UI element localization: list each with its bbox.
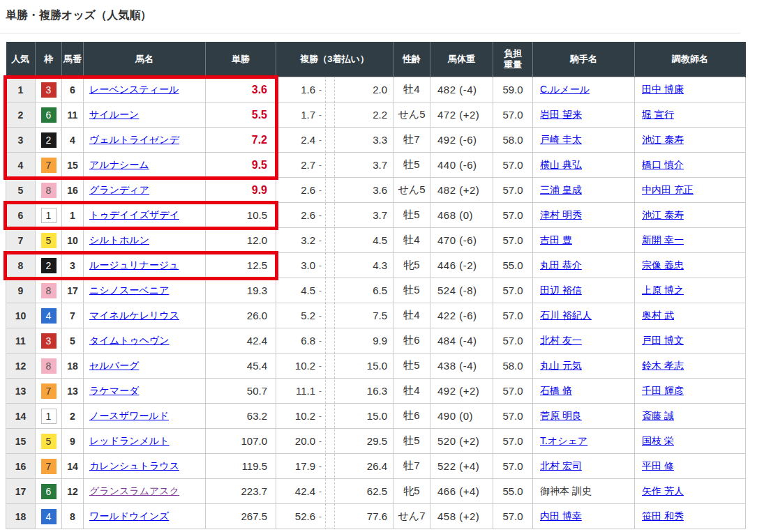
bracket-number-badge: 7: [41, 459, 57, 474]
header-horse-number: 馬番: [62, 42, 84, 77]
jockey-link[interactable]: 戸崎 圭太: [540, 134, 582, 145]
horse-name-link[interactable]: レッドランメルト: [89, 435, 170, 446]
horse-name-link[interactable]: タイムトゥヘヴン: [89, 335, 170, 346]
header-place-odds: 複勝（3着払い）: [276, 42, 394, 77]
table-row: 18 4 8 ワールドウインズ 267.5 52.6 - 77.6 せん7 45…: [6, 504, 746, 529]
jockey-link[interactable]: 吉田 豊: [540, 234, 572, 245]
header-sex-age: 性齢: [394, 42, 430, 77]
bracket-cell: 6: [36, 479, 62, 504]
trainer-link[interactable]: 戸田 博文: [642, 335, 684, 346]
bracket-cell: 1: [36, 404, 62, 429]
place-odds-low: 5.2: [276, 310, 315, 321]
bracket-cell: 7: [36, 379, 62, 404]
horse-name-cell: セルバーグ: [84, 354, 206, 379]
jockey-link[interactable]: 岩田 望来: [540, 109, 582, 120]
dotted-separator: [325, 278, 335, 303]
trainer-link[interactable]: 中内田 充正: [642, 184, 694, 195]
win-odds: 12.5: [206, 253, 276, 278]
horse-name-cell: レーベンスティール: [84, 77, 206, 102]
sex-age: 牡6: [394, 404, 430, 429]
trainer-link[interactable]: 上原 博之: [642, 284, 684, 296]
popularity-rank: 5: [6, 178, 36, 203]
sex-age: 牡5: [394, 354, 430, 379]
trainer-cell: 池江 泰寿: [635, 128, 746, 153]
horse-name-link[interactable]: ルージュリナージュ: [89, 259, 179, 271]
trainer-link[interactable]: 千田 輝彦: [642, 385, 684, 396]
jockey-link[interactable]: 丸田 恭介: [540, 259, 582, 271]
horse-name-link[interactable]: シルトホルン: [89, 234, 149, 245]
horse-name-link[interactable]: ニシノスーベニア: [89, 284, 169, 296]
jockey-link[interactable]: 石橋 脩: [540, 385, 572, 396]
carried-weight: 57.0: [493, 404, 533, 429]
bracket-cell: 1: [36, 203, 62, 228]
horse-name-link[interactable]: ワールドウインズ: [89, 510, 169, 522]
place-odds-low: 10.2: [276, 410, 315, 422]
place-odds-low: 17.9: [276, 460, 315, 472]
jockey-link[interactable]: 石川 裕紀人: [540, 310, 592, 321]
trainer-link[interactable]: 平田 修: [642, 460, 674, 471]
trainer-link[interactable]: 橋口 慎介: [642, 159, 684, 170]
place-odds-high: 15.0: [335, 360, 393, 372]
horse-name-cell: シルトホルン: [84, 228, 206, 253]
trainer-link[interactable]: 笹田 和秀: [642, 510, 684, 522]
horse-name-link[interactable]: トゥデイイズザデイ: [89, 209, 179, 220]
odds-range-dash: -: [315, 486, 325, 496]
jockey-link[interactable]: 北村 宏司: [540, 460, 582, 471]
win-odds: 9.5: [206, 153, 276, 178]
popularity-rank: 15: [6, 429, 36, 454]
horse-weight: 446 (-2): [430, 253, 493, 278]
trainer-link[interactable]: 矢作 芳人: [642, 485, 684, 496]
trainer-link[interactable]: 池江 泰寿: [642, 134, 684, 145]
horse-number: 12: [62, 479, 84, 504]
popularity-rank: 3: [6, 128, 36, 153]
win-odds: 42.4: [206, 328, 276, 354]
trainer-link[interactable]: 宗像 義忠: [642, 259, 684, 271]
dotted-separator: [325, 429, 335, 453]
horse-name-link[interactable]: グランディア: [89, 184, 149, 195]
popularity-rank: 17: [6, 479, 36, 504]
trainer-link[interactable]: 鈴木 孝志: [642, 360, 684, 371]
horse-name-link[interactable]: レーベンスティール: [89, 84, 179, 95]
trainer-link[interactable]: 斎藤 誠: [642, 410, 674, 421]
jockey-link[interactable]: 内田 博幸: [540, 510, 582, 522]
horse-name-link[interactable]: マイネルケレリウス: [89, 310, 179, 321]
odds-page: 単勝・複勝オッズ（人気順） 人気 枠 馬番 馬名 単勝 複勝（3着払い） 性齢 …: [0, 0, 757, 532]
horse-name-link[interactable]: アルナシーム: [89, 159, 149, 170]
trainer-link[interactable]: 新開 幸一: [642, 234, 684, 245]
jockey-link[interactable]: 田辺 裕信: [540, 284, 582, 296]
trainer-link[interactable]: 田中 博康: [642, 84, 684, 95]
trainer-link[interactable]: 国枝 栄: [642, 435, 674, 446]
trainer-cell: 斎藤 誠: [635, 404, 746, 429]
horse-name-link[interactable]: カレンシュトラウス: [89, 460, 179, 471]
horse-name-link[interactable]: ラケマーダ: [89, 385, 139, 396]
jockey-link[interactable]: 横山 典弘: [540, 159, 582, 170]
jockey-link[interactable]: 丸山 元気: [540, 360, 582, 371]
trainer-link[interactable]: 奥村 武: [642, 310, 674, 321]
horse-number: 14: [62, 454, 84, 479]
horse-name-link[interactable]: ノースザワールド: [89, 410, 169, 421]
horse-name-link[interactable]: グランスラムアスク: [89, 485, 179, 496]
jockey-link[interactable]: 三浦 皇成: [540, 184, 582, 195]
dotted-separator: [325, 178, 335, 202]
trainer-cell: 田中 博康: [635, 77, 746, 102]
horse-name-link[interactable]: サイルーン: [89, 109, 139, 120]
jockey-link[interactable]: 北村 友一: [540, 335, 582, 346]
trainer-cell: 千田 輝彦: [635, 379, 746, 404]
trainer-link[interactable]: 池江 泰寿: [642, 209, 684, 220]
jockey-link[interactable]: 菅原 明良: [540, 410, 582, 421]
jockey-cell: 丸田 恭介: [533, 253, 635, 278]
horse-name-cell: ワールドウインズ: [84, 504, 206, 529]
jockey-link[interactable]: T.オシェア: [540, 435, 587, 446]
horse-name-cell: ノースザワールド: [84, 404, 206, 429]
horse-name-link[interactable]: ヴェルトライゼンデ: [89, 134, 179, 145]
trainer-link[interactable]: 堀 宣行: [642, 109, 674, 120]
table-row: 11 3 5 タイムトゥヘヴン 42.4 6.8 - 9.9 牡6 484 (-…: [6, 328, 746, 354]
horse-name-link[interactable]: セルバーグ: [89, 360, 139, 371]
jockey-cell: 内田 博幸: [533, 504, 635, 529]
horse-number: 17: [62, 278, 84, 303]
odds-range-dash: -: [315, 210, 325, 220]
jockey-link[interactable]: 津村 明秀: [540, 209, 582, 220]
horse-name-cell: タイムトゥヘヴン: [84, 328, 206, 354]
jockey-link[interactable]: C.ルメール: [540, 84, 590, 95]
place-odds-high: 6.5: [335, 284, 393, 296]
